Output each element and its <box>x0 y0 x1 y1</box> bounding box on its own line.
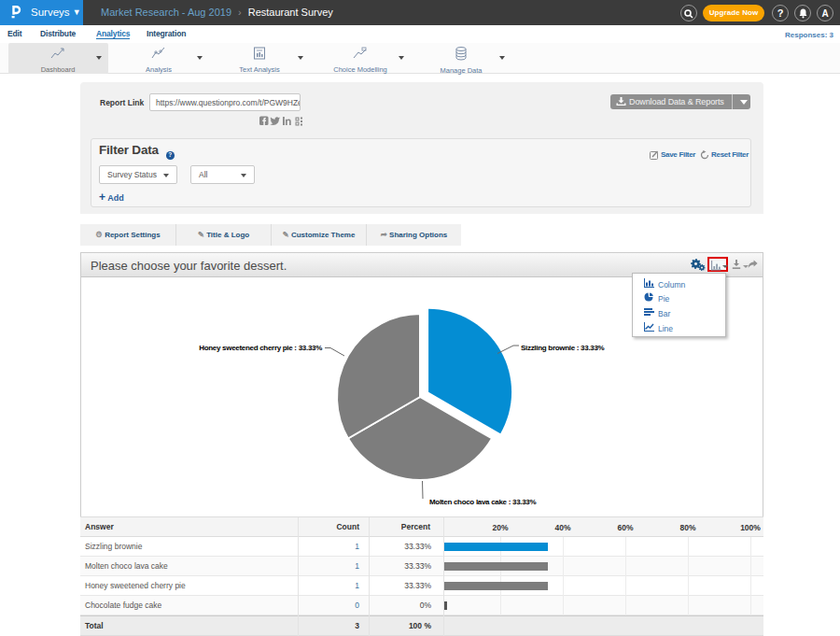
svg-text:Molten choco lava cake : 33.33: Molten choco lava cake : 33.33% <box>429 498 536 506</box>
svg-text:Honey sweetened cherry pie : 3: Honey sweetened cherry pie : 33.33% <box>199 344 322 352</box>
svg-text:Sizzling brownie : 33.33%: Sizzling brownie : 33.33% <box>521 344 605 352</box>
